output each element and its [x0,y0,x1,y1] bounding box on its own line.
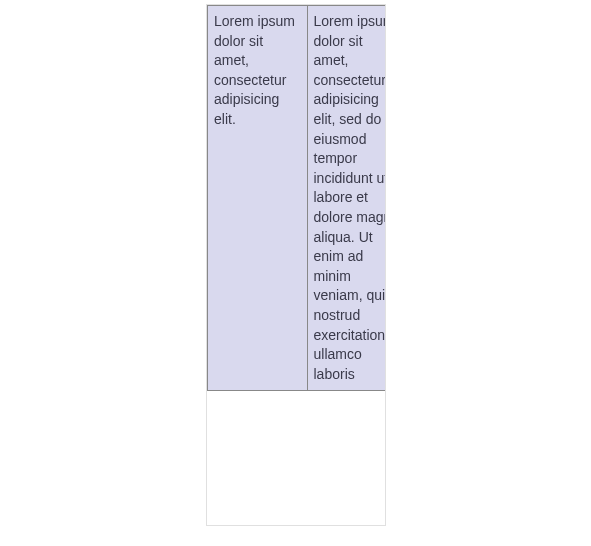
content-area: Lorem ipsum dolor sit amet, consectetur … [207,5,386,525]
table-row: Lorem ipsum dolor sit amet, consectetur … [208,6,387,391]
two-column-table: Lorem ipsum dolor sit amet, consectetur … [207,5,386,391]
cell-left: Lorem ipsum dolor sit amet, consectetur … [208,6,308,391]
cell-right: Lorem ipsum dolor sit amet, consectetur … [307,6,386,391]
scroll-container[interactable]: Lorem ipsum dolor sit amet, consectetur … [206,4,386,526]
